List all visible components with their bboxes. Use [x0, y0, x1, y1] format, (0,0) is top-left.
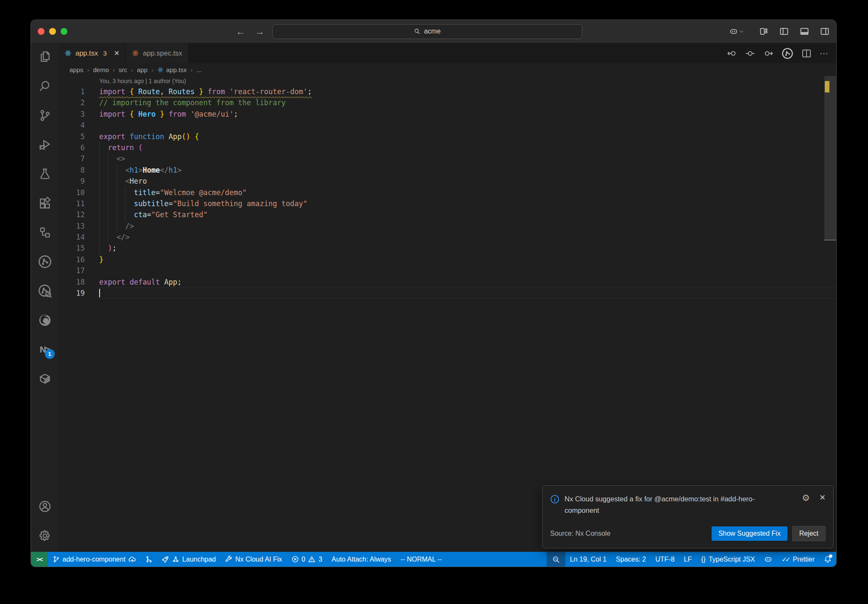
account-icon[interactable] [35, 496, 55, 517]
settings-gear-icon[interactable] [35, 526, 55, 546]
copilot-status-item[interactable] [760, 552, 777, 567]
breadcrumb-item[interactable]: src [119, 66, 127, 73]
editor[interactable]: You, 3 hours ago | 1 author (You) 1impor… [58, 76, 836, 552]
toggle-secondary-sidebar-icon[interactable] [820, 27, 829, 36]
nx-graph-icon[interactable] [35, 252, 55, 272]
show-suggested-fix-button[interactable]: Show Suggested Fix [712, 526, 787, 541]
tab-app-tsx[interactable]: app.tsx 3 ✕ [58, 43, 126, 63]
nx-project-graph-icon[interactable] [782, 48, 793, 59]
scrollbar[interactable] [824, 76, 836, 240]
line-number[interactable]: 8 [58, 165, 85, 176]
code-line[interactable]: 8 <h1>Home</h1> [58, 165, 836, 176]
more-actions-icon[interactable]: ⋯ [820, 48, 829, 59]
notification-close-icon[interactable]: ✕ [819, 493, 826, 503]
code-line[interactable]: 2// importing the component from the lib… [58, 97, 836, 108]
code-line[interactable]: 18export default App; [58, 277, 836, 288]
reject-button[interactable]: Reject [792, 526, 826, 541]
cursor-position-item[interactable]: Ln 19, Col 1 [565, 552, 611, 567]
code-line[interactable]: 6 return ( [58, 142, 836, 153]
container-icon[interactable] [35, 369, 55, 389]
code-line[interactable]: 19 [58, 288, 836, 299]
encoding-item[interactable]: UTF-8 [651, 552, 679, 567]
breadcrumb-item[interactable]: app [137, 66, 147, 73]
notification-settings-gear-icon[interactable]: ⚙ [802, 493, 810, 502]
auto-attach-item[interactable]: Auto Attach: Always [327, 552, 396, 567]
git-blame-annotation[interactable]: You, 3 hours ago | 1 author (You) [58, 76, 836, 86]
code-line[interactable]: 7 <> [58, 153, 836, 164]
breadcrumb-item[interactable]: apps [70, 66, 83, 73]
line-number[interactable]: 5 [58, 131, 85, 142]
split-editor-icon[interactable] [801, 48, 812, 59]
customize-layout-icon[interactable] [759, 27, 768, 36]
code-line[interactable]: 10 title="Welcmoe @acme/demo" [58, 187, 836, 198]
git-branch-item[interactable]: add-hero-component [48, 552, 141, 567]
minimize-window-button[interactable] [49, 28, 56, 35]
code-line[interactable]: 13 /> [58, 221, 836, 232]
remote-indicator[interactable]: >< [31, 552, 48, 567]
code-line[interactable]: 5export function App() { [58, 131, 836, 142]
launchpad-item[interactable]: Launchpad [157, 552, 220, 567]
code-line[interactable]: 16} [58, 254, 836, 265]
code-line[interactable]: 9 <Hero [58, 176, 836, 187]
line-number[interactable]: 13 [58, 221, 85, 232]
source-control-graph-item[interactable] [141, 552, 157, 567]
language-mode-item[interactable]: {} TypeScript JSX [696, 552, 760, 567]
formatter-item[interactable]: ✓✓ Prettier [777, 552, 819, 567]
close-tab-icon[interactable]: ✕ [114, 49, 120, 57]
explorer-icon[interactable] [35, 47, 55, 67]
zoom-indicator-item[interactable] [547, 552, 565, 567]
line-number[interactable]: 6 [58, 142, 85, 153]
indentation-item[interactable]: Spaces: 2 [611, 552, 651, 567]
line-number[interactable]: 2 [58, 97, 85, 108]
breadcrumb-item[interactable]: ... [196, 66, 202, 73]
run-debug-icon[interactable] [35, 134, 55, 155]
problems-item[interactable]: 0 3 [287, 552, 327, 567]
search-icon[interactable] [35, 76, 55, 96]
code-line[interactable]: 1import { Route, Routes } from 'react-ro… [58, 86, 836, 97]
nx-cloud-fix-item[interactable]: Nx Cloud AI Fix [220, 552, 287, 567]
tab-app-spec-tsx[interactable]: app.spec.tsx [126, 43, 189, 63]
line-number[interactable]: 14 [58, 232, 85, 243]
line-number[interactable]: 4 [58, 120, 85, 131]
line-number[interactable]: 16 [58, 254, 85, 265]
line-number[interactable]: 12 [58, 209, 85, 220]
breadcrumb-item[interactable]: demo [93, 66, 109, 73]
line-number[interactable]: 11 [58, 198, 85, 209]
notifications-bell-item[interactable] [819, 552, 836, 567]
nx-graph-search-icon[interactable] [35, 281, 55, 301]
code-line[interactable]: 4 [58, 120, 836, 131]
navigate-forward-icon[interactable]: → [255, 27, 264, 36]
code-line[interactable]: 11 subtitle="Build something amazing tod… [58, 198, 836, 209]
line-number[interactable]: 7 [58, 153, 85, 164]
code-line[interactable]: 17 [58, 265, 836, 276]
line-number[interactable]: 19 [58, 288, 85, 299]
line-number[interactable]: 18 [58, 277, 85, 288]
line-number[interactable]: 9 [58, 176, 85, 187]
copilot-menu[interactable] [729, 27, 744, 36]
nav-forward-circle-icon[interactable] [763, 48, 773, 59]
breadcrumb-item-file[interactable]: app.tsx [157, 66, 186, 73]
line-number[interactable]: 1 [58, 86, 85, 97]
code-line[interactable]: 3import { Hero } from '@acme/ui'; [58, 109, 836, 120]
command-center-search[interactable]: acme [272, 24, 582, 39]
edge-devtools-icon[interactable] [35, 310, 55, 330]
navigate-back-icon[interactable]: ← [236, 27, 245, 36]
code-line[interactable]: 12 cta="Get Started" [58, 209, 836, 220]
extensions-icon[interactable] [35, 193, 55, 213]
testing-icon[interactable] [35, 164, 55, 184]
line-number[interactable]: 15 [58, 243, 85, 254]
vim-mode-item[interactable]: -- NORMAL -- [396, 552, 447, 567]
nx-icon[interactable]: N>1 [35, 339, 55, 360]
source-control-icon[interactable] [35, 105, 55, 126]
nav-position-icon[interactable] [745, 48, 755, 59]
nav-back-circle-icon[interactable] [727, 48, 737, 59]
hierarchy-icon[interactable] [35, 222, 55, 243]
toggle-panel-icon[interactable] [800, 27, 809, 36]
eol-item[interactable]: LF [679, 552, 697, 567]
maximize-window-button[interactable] [61, 28, 67, 35]
code-line[interactable]: 14 </> [58, 232, 836, 243]
line-number[interactable]: 10 [58, 187, 85, 198]
toggle-primary-sidebar-icon[interactable] [779, 27, 789, 36]
line-number[interactable]: 3 [58, 109, 85, 120]
code-line[interactable]: 15 ); [58, 243, 836, 254]
